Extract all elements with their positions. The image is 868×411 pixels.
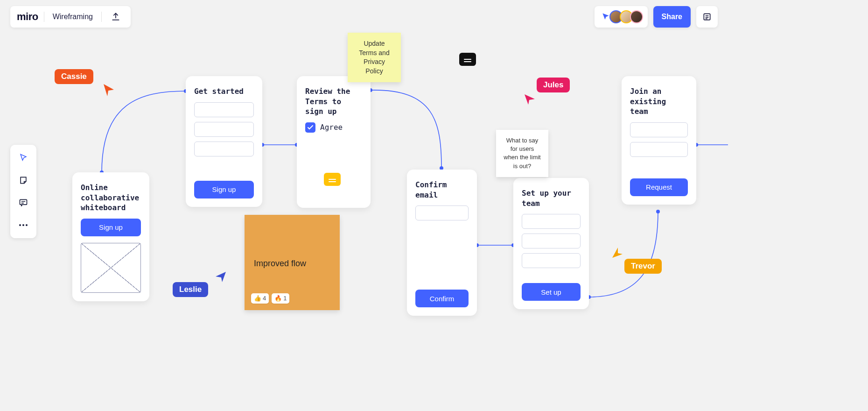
card-title: Set up your team (522, 188, 581, 208)
presence-cursor-leslie: Leslie (173, 282, 208, 297)
reaction-fire[interactable]: 🔥1 (272, 293, 289, 304)
presence-cursor-jules: Jules (537, 78, 570, 92)
wireframe-card-setup-team[interactable]: Set up your team Set up (513, 178, 589, 309)
card-title: Confirm email (415, 180, 469, 200)
input-field[interactable] (415, 206, 469, 220)
input-field[interactable] (522, 234, 581, 248)
reaction-thumbs-up[interactable]: 👍4 (251, 293, 269, 304)
agree-label: Agree (320, 123, 343, 132)
input-field[interactable] (194, 142, 254, 156)
input-field[interactable] (194, 122, 254, 137)
signup-button[interactable]: Sign up (81, 219, 141, 236)
confirm-button[interactable]: Confirm (415, 290, 469, 307)
wireframe-card-join-team[interactable]: Join an existing team Request (622, 76, 696, 205)
canvas[interactable]: Online collaborative whiteboard Sign up … (0, 0, 728, 360)
card-title: Online collaborative whiteboard (81, 183, 141, 213)
agree-checkbox[interactable] (305, 122, 315, 133)
comment-marker-icon[interactable] (324, 173, 341, 186)
sticky-note-limit[interactable]: What to say for users when the limit is … (496, 130, 548, 177)
card-title: Join an existing team (630, 86, 688, 117)
wireframe-card-get-started[interactable]: Get started Sign up (186, 76, 262, 207)
setup-button[interactable]: Set up (522, 283, 581, 301)
svg-point-14 (656, 210, 660, 213)
card-title: Get started (194, 86, 254, 97)
comment-marker-icon[interactable] (459, 53, 476, 66)
card-title: Review the Terms to sign up (305, 86, 362, 117)
image-placeholder (81, 243, 141, 293)
request-button[interactable]: Request (630, 178, 688, 196)
input-field[interactable] (194, 102, 254, 117)
input-field[interactable] (522, 253, 581, 268)
presence-cursor-cassie: Cassie (55, 69, 93, 84)
input-field[interactable] (630, 142, 688, 157)
cursor-arrow-icon (103, 83, 115, 97)
lines-icon (464, 59, 471, 60)
signup-button[interactable]: Sign up (194, 181, 254, 198)
sticky-note-improved-flow[interactable]: Improved flow 👍4 🔥1 (245, 215, 340, 310)
sticky-note-terms[interactable]: Update Terms and Privacy Policy (348, 33, 401, 82)
sticky-text: Improved flow (254, 258, 330, 269)
cursor-arrow-icon (524, 93, 536, 106)
cursor-arrow-icon (611, 247, 623, 259)
lines-icon (329, 179, 336, 180)
cursor-arrow-icon (215, 271, 227, 283)
input-field[interactable] (522, 214, 581, 229)
presence-cursor-trevor: Trevor (624, 259, 662, 274)
input-field[interactable] (630, 122, 688, 137)
wireframe-card-online[interactable]: Online collaborative whiteboard Sign up (72, 172, 149, 301)
wireframe-card-confirm-email[interactable]: Confirm email Confirm (407, 170, 477, 316)
